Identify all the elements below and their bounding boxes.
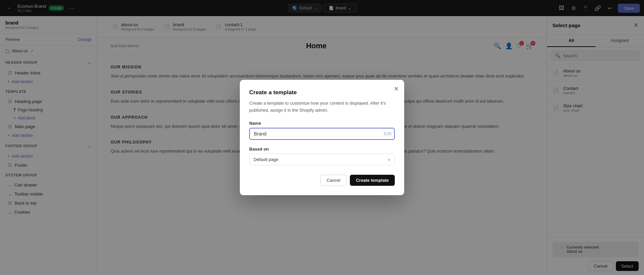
modal-char-count: 5/25 — [384, 131, 391, 136]
modal-title: Create a template — [249, 89, 395, 96]
modal-footer: Cancel Create template — [249, 175, 395, 186]
modal-overlay: ✕ Create a template Create a template to… — [0, 0, 644, 275]
modal-description: Create a template to customize how your … — [249, 100, 395, 114]
modal-close-button[interactable]: ✕ — [394, 85, 399, 93]
modal-cancel-button[interactable]: Cancel — [320, 175, 346, 186]
modal-create-button[interactable]: Create template — [350, 175, 395, 186]
modal-based-on-wrap: Default page Blank page ⌅ — [249, 154, 395, 165]
modal-name-wrap: 5/25 — [249, 128, 395, 140]
create-template-modal: ✕ Create a template Create a template to… — [240, 80, 404, 195]
modal-name-label: Name — [249, 121, 395, 126]
modal-based-on-select[interactable]: Default page Blank page — [249, 154, 395, 165]
modal-based-on-label: Based on — [249, 147, 395, 152]
modal-name-input[interactable] — [249, 128, 395, 140]
